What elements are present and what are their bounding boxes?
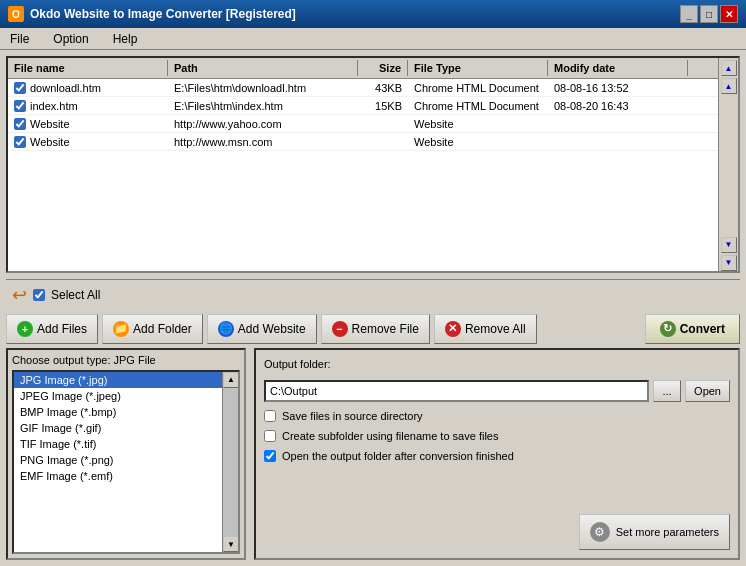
table-body: downloadl.htm E:\Files\htm\downloadl.htm…	[8, 79, 718, 151]
file-table: File name Path Size File Type Modify dat…	[8, 58, 718, 271]
cell-name-1: index.htm	[8, 99, 168, 113]
list-scroll-track	[223, 388, 238, 537]
scroll-top-button[interactable]: ▲	[721, 60, 737, 76]
menu-help[interactable]: Help	[109, 30, 142, 48]
folder-path-row: ... Open	[264, 380, 730, 402]
scroll-arrows: ▲ ▲ ▼ ▼	[718, 58, 738, 271]
back-icon[interactable]: ↩	[12, 284, 27, 306]
add-website-icon: 🌐	[218, 321, 234, 337]
type-item-4[interactable]: TIF Image (*.tif)	[14, 436, 222, 452]
col-header-type: File Type	[408, 60, 548, 76]
type-item-3[interactable]: GIF Image (*.gif)	[14, 420, 222, 436]
type-item-6[interactable]: EMF Image (*.emf)	[14, 468, 222, 484]
cell-size-3	[358, 141, 408, 143]
cell-type-0: Chrome HTML Document	[408, 81, 548, 95]
cell-size-2	[358, 123, 408, 125]
close-button[interactable]: ✕	[720, 5, 738, 23]
add-folder-icon: 📁	[113, 321, 129, 337]
row-checkbox-0[interactable]	[14, 82, 26, 94]
cell-path-3: http://www.msn.com	[168, 135, 358, 149]
cell-size-0: 43KB	[358, 81, 408, 95]
window-controls: _ □ ✕	[680, 5, 738, 23]
cell-name-2: Website	[8, 117, 168, 131]
add-files-button[interactable]: + Add Files	[6, 314, 98, 344]
list-scroll-up[interactable]: ▲	[223, 372, 239, 388]
menu-bar: File Option Help	[0, 28, 746, 50]
file-list-container: File name Path Size File Type Modify dat…	[6, 56, 740, 273]
set-params-button[interactable]: ⚙ Set more parameters	[579, 514, 730, 550]
cell-path-0: E:\Files\htm\downloadl.htm	[168, 81, 358, 95]
menu-file[interactable]: File	[6, 30, 33, 48]
add-website-button[interactable]: 🌐 Add Website	[207, 314, 317, 344]
main-window: File name Path Size File Type Modify dat…	[0, 50, 746, 566]
type-list-container: JPG Image (*.jpg)JPEG Image (*.jpeg)BMP …	[12, 370, 240, 555]
type-item-0[interactable]: JPG Image (*.jpg)	[14, 372, 222, 388]
table-row: Website http://www.msn.com Website	[8, 133, 718, 151]
scroll-down-button[interactable]: ▼	[721, 237, 737, 253]
open-button[interactable]: Open	[685, 380, 730, 402]
col-header-size: Size	[358, 60, 408, 76]
cell-date-0: 08-08-16 13:52	[548, 81, 688, 95]
cell-type-1: Chrome HTML Document	[408, 99, 548, 113]
row-checkbox-3[interactable]	[14, 136, 26, 148]
table-row: index.htm E:\Files\htm\index.htm 15KB Ch…	[8, 97, 718, 115]
cell-type-2: Website	[408, 117, 548, 131]
row-checkbox-1[interactable]	[14, 100, 26, 112]
row-checkbox-2[interactable]	[14, 118, 26, 130]
remove-all-button[interactable]: ✕ Remove All	[434, 314, 537, 344]
table-row: Website http://www.yahoo.com Website	[8, 115, 718, 133]
list-scroll-down[interactable]: ▼	[223, 536, 239, 552]
set-params-label: Set more parameters	[616, 526, 719, 538]
output-type-label: Choose output type: JPG File	[12, 354, 240, 366]
option-label-0: Save files in source directory	[282, 410, 423, 422]
list-scrollbar: ▲ ▼	[222, 372, 238, 553]
select-all-bar: ↩ Select All	[6, 279, 740, 310]
menu-option[interactable]: Option	[49, 30, 92, 48]
add-folder-button[interactable]: 📁 Add Folder	[102, 314, 203, 344]
table-header: File name Path Size File Type Modify dat…	[8, 58, 718, 79]
cell-path-1: E:\Files\htm\index.htm	[168, 99, 358, 113]
option-label-1: Create subfolder using filename to save …	[282, 430, 498, 442]
cell-name-0: downloadl.htm	[8, 81, 168, 95]
restore-button[interactable]: □	[700, 5, 718, 23]
select-all-label: Select All	[51, 288, 100, 302]
output-type-panel: Choose output type: JPG File JPG Image (…	[6, 348, 246, 561]
remove-file-button[interactable]: − Remove File	[321, 314, 430, 344]
cell-date-2	[548, 123, 688, 125]
cell-path-2: http://www.yahoo.com	[168, 117, 358, 131]
cell-size-1: 15KB	[358, 99, 408, 113]
option-label-2: Open the output folder after conversion …	[282, 450, 514, 462]
window-title: Okdo Website to Image Converter [Registe…	[30, 7, 296, 21]
option-checkbox-2[interactable]	[264, 450, 276, 462]
option-checkbox-0[interactable]	[264, 410, 276, 422]
bottom-panel: Choose output type: JPG File JPG Image (…	[6, 348, 740, 561]
type-item-1[interactable]: JPEG Image (*.jpeg)	[14, 388, 222, 404]
option-row-1: Create subfolder using filename to save …	[264, 430, 730, 442]
remove-all-icon: ✕	[445, 321, 461, 337]
app-icon: O	[8, 6, 24, 22]
table-row: downloadl.htm E:\Files\htm\downloadl.htm…	[8, 79, 718, 97]
col-header-path: Path	[168, 60, 358, 76]
type-item-5[interactable]: PNG Image (*.png)	[14, 452, 222, 468]
type-item-2[interactable]: BMP Image (*.bmp)	[14, 404, 222, 420]
scroll-up-button[interactable]: ▲	[721, 78, 737, 94]
cell-date-3	[548, 141, 688, 143]
cell-date-1: 08-08-20 16:43	[548, 99, 688, 113]
folder-path-input[interactable]	[264, 380, 649, 402]
scroll-bottom-button[interactable]: ▼	[721, 255, 737, 271]
col-header-date: Modify date	[548, 60, 688, 76]
gear-icon: ⚙	[590, 522, 610, 542]
col-header-name: File name	[8, 60, 168, 76]
add-files-icon: +	[17, 321, 33, 337]
toolbar: + Add Files 📁 Add Folder 🌐 Add Website −…	[6, 310, 740, 348]
browse-button[interactable]: ...	[653, 380, 681, 402]
output-folder-label: Output folder:	[264, 358, 730, 370]
minimize-button[interactable]: _	[680, 5, 698, 23]
type-list: JPG Image (*.jpg)JPEG Image (*.jpeg)BMP …	[14, 372, 222, 553]
option-checkbox-1[interactable]	[264, 430, 276, 442]
output-folder-panel: Output folder: ... Open Save files in so…	[254, 348, 740, 561]
convert-icon: ↻	[660, 321, 676, 337]
convert-button[interactable]: ↻ Convert	[645, 314, 740, 344]
select-all-checkbox[interactable]	[33, 289, 45, 301]
title-bar: O Okdo Website to Image Converter [Regis…	[0, 0, 746, 28]
